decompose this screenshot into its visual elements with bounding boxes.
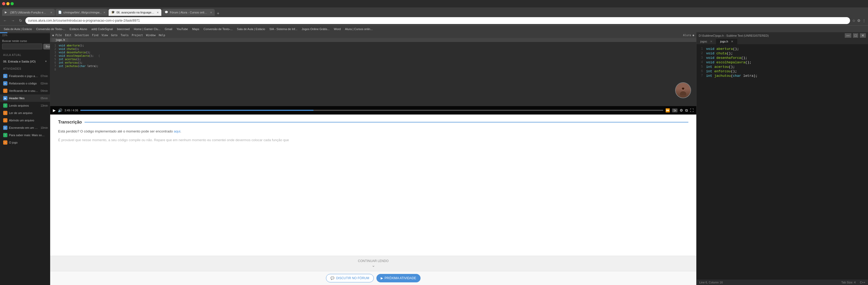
bookmark-alura[interactable]: Alura | Cursos onlin... — [343, 27, 374, 31]
reload-button[interactable]: ↻ — [18, 18, 23, 23]
extensions-button[interactable]: ⚙ — [857, 19, 861, 23]
browser-tab-3[interactable]: 🎓 06. avançando na linguagem: 2... ✕ — [108, 9, 161, 16]
bookmark-sala-de-aula[interactable]: Sala de Aula | Estácio — [2, 27, 34, 31]
browser-tab-2[interactable]: 📄 c/mingw/bin/../lib/gcc/mingw... ✕ — [56, 9, 108, 16]
address-bar[interactable]: cursos.alura.com.br/course/introducao-a-… — [25, 17, 850, 24]
editor-restore[interactable]: □ — [853, 33, 858, 38]
bookmark-beecrowd[interactable]: beecrowd — [116, 27, 131, 31]
activity-item-0[interactable]: ▶ Finalizando o jogo após erros se... 07… — [0, 72, 50, 80]
bookmark-jogos[interactable]: Jogos Online Grátis... — [300, 27, 331, 31]
activity-icon-5: ≡ — [3, 111, 7, 115]
search-button[interactable]: Buscar — [43, 44, 50, 49]
activities-list: ▶ Finalizando o jogo após erros se... 07… — [0, 71, 50, 147]
next-activity-button[interactable]: ▶ PRÓXIMA ATIVIDADE — [376, 274, 421, 282]
editor-line-2: 2 void chuta(); — [696, 51, 868, 56]
video-progress-bar[interactable] — [80, 110, 663, 111]
bookmark-sia[interactable]: SIA - Sistema de Inf... — [268, 27, 299, 31]
editor-tab-close-0[interactable]: ✕ — [710, 40, 712, 43]
activity-label-9: O jogo — [9, 141, 46, 144]
code-line-7: 7 int jachutou(char letra); — [52, 65, 694, 68]
volume-button[interactable]: 🔊 — [58, 108, 62, 112]
bookmark-conversao2[interactable]: Conversão de Texto-... — [202, 27, 234, 31]
editor-tab-jogoc[interactable]: jogoc ✕ — [696, 39, 716, 44]
editor-window-controls: — □ ✕ — [845, 33, 866, 38]
time-display: 3:49 / 4:06 — [64, 109, 78, 112]
play-button[interactable]: ▶ — [53, 108, 56, 112]
bookmark-conversao[interactable]: Conversão de Texto-... — [35, 27, 67, 31]
activity-item-4[interactable]: T Lendo arquivos 13min — [0, 102, 50, 109]
window-minimize-button[interactable] — [6, 2, 9, 5]
bookmark-gmail[interactable]: Gmail — [163, 27, 174, 31]
activity-label-7: Escrevendo em um arquivo — [9, 126, 39, 129]
speed-button[interactable]: 1x — [672, 108, 678, 112]
bookmark-codesignal[interactable]: add| CodeSignal — [90, 27, 114, 31]
window-maximize-button[interactable] — [10, 2, 14, 5]
bookmark-word[interactable]: Word — [332, 27, 342, 31]
search-input[interactable] — [2, 43, 42, 49]
window-close-button[interactable] — [2, 2, 5, 5]
bookmark-estacio-aluno[interactable]: Estácio Aluno — [68, 27, 89, 31]
tab-favicon-3: 🎓 — [111, 10, 115, 14]
new-tab-button[interactable]: + — [215, 11, 221, 16]
editor-syntax: C++ — [860, 281, 865, 284]
activity-item-8[interactable]: T Para saber mais: Mais sobre I/O — [0, 132, 50, 139]
activity-label-5: Ler de um arquivo — [9, 111, 46, 114]
activity-item-2[interactable]: ≡ Verificando se o usuário ganhou ... 04… — [0, 87, 50, 95]
tab-close-3[interactable]: ✕ — [157, 11, 159, 14]
lesson-module[interactable]: 06. Entrada e Saída (I/O) ▾ — [0, 58, 50, 65]
menu-button[interactable]: ⋮ — [862, 19, 866, 23]
transcript-paragraph-2: É provável que nesse momento, a seu códi… — [58, 138, 688, 143]
bookmark-button[interactable]: ☆ — [852, 19, 856, 23]
activity-item-6[interactable]: ≡ Abrindo um arquivo — [0, 117, 50, 124]
activity-item-1[interactable]: ▶ Refatorando o código 02min — [0, 80, 50, 87]
bookmark-sala2[interactable]: Sala de Aula | Estácio — [235, 27, 267, 31]
activity-icon-3: ▶ — [3, 96, 7, 100]
continue-reading[interactable]: CONTINUAR LENDO ⌄ — [50, 256, 696, 271]
editor-close[interactable]: ✕ — [860, 33, 866, 38]
skip-forward-button[interactable]: ⏩ — [665, 108, 670, 112]
activity-item-7[interactable]: ▶ Escrevendo em um arquivo 10min — [0, 124, 50, 132]
svg-point-1 — [680, 91, 686, 96]
bookmark-maps[interactable]: Maps — [190, 27, 201, 31]
tab-close-4[interactable]: ✕ — [210, 11, 212, 14]
fullscreen-button[interactable]: ⛶ — [690, 108, 694, 112]
browser-tab-1[interactable]: ▶ (387) Utilizando Função em C:... ✕ — [2, 9, 55, 16]
editor-body[interactable]: 1 void abertura(); 2 void chuta(); 3 voi… — [696, 45, 868, 279]
forward-button[interactable]: → — [10, 18, 16, 23]
activity-item-3[interactable]: ▶ Header files 05min — [0, 95, 50, 102]
back-button[interactable]: ← — [2, 18, 8, 23]
next-icon: ▶ — [381, 276, 383, 280]
browser-tab-4[interactable]: 💬 Fórum | Alura - Cursos online d... ✕ — [162, 9, 215, 16]
activity-icon-9: ≡ — [3, 140, 7, 145]
activity-time-3: 05min — [41, 97, 48, 100]
activity-time-7: 10min — [41, 127, 48, 129]
editor-tab-jogoh[interactable]: jogo.h ✕ — [716, 39, 737, 44]
tab-close-1[interactable]: ✕ — [50, 11, 52, 14]
pip-button[interactable]: ⧉ — [685, 108, 688, 113]
video-code-area: 1 void abertura(); 2 void chuta(); 3 voi… — [50, 42, 696, 106]
bookmark-youtube[interactable]: YouTube — [175, 27, 189, 31]
tab-close-2[interactable]: ✕ — [103, 11, 105, 14]
settings-button[interactable]: ⚙ — [680, 108, 683, 112]
activity-icon-2: ≡ — [3, 89, 7, 93]
editor-tab-close-1[interactable]: ✕ — [731, 40, 733, 43]
video-player[interactable]: ● File Edit Selection Find View Goto Too… — [50, 32, 696, 106]
code-line-6: 6 int enforcou(); — [52, 61, 694, 64]
lesson-module-label: 06. Entrada e Saída (I/O) — [3, 60, 36, 63]
forum-icon: 💬 — [331, 276, 334, 280]
activity-label-1: Refatorando o código — [9, 82, 39, 85]
activity-item-9[interactable]: ≡ O jogo — [0, 139, 50, 146]
video-alura-badge: Alura ● — [683, 34, 694, 37]
browser-actions: ☆ ⚙ ⋮ — [852, 19, 866, 23]
browser-titlebar — [0, 0, 868, 7]
code-line-2: 2 void chuta(); — [52, 47, 694, 50]
editor-minimize[interactable]: — — [845, 33, 851, 38]
video-tab-bar: jogo.h — [50, 38, 696, 42]
transcript-link[interactable]: aqui — [174, 129, 180, 133]
browser-chrome: ▶ (387) Utilizando Função em C:... ✕ 📄 c… — [0, 0, 868, 32]
tab-label-2: c/mingw/bin/../lib/gcc/mingw... — [63, 11, 102, 14]
activity-item-5[interactable]: ≡ Ler de um arquivo — [0, 109, 50, 117]
activity-icon-8: T — [3, 133, 7, 137]
bookmark-gamer[interactable]: Home | Gamer Clu... — [132, 27, 162, 31]
forum-button[interactable]: 💬 DISCUTIR NO FÓRUM — [326, 274, 373, 282]
